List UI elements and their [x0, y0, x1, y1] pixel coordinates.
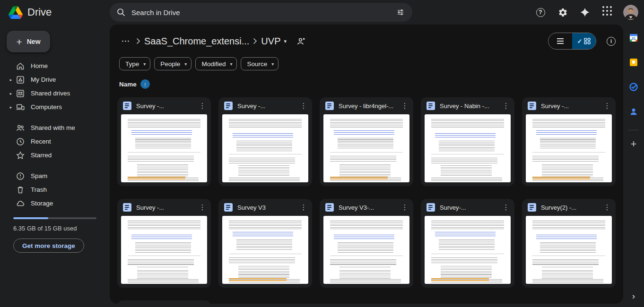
- svg-text:31: 31: [632, 36, 635, 41]
- more-options-icon[interactable]: ⋮: [298, 202, 309, 213]
- main-content-panel: ⋯ SaaS_Chrome_extensi... UVP ▾: [110, 25, 623, 304]
- expand-arrow-icon[interactable]: ▸: [8, 105, 14, 110]
- storage-progress-fill: [13, 217, 48, 219]
- file-grid: Survey -... ⋮ Survey -... ⋮ Survey - lib…: [117, 97, 623, 304]
- drive-logo-icon: [9, 6, 23, 19]
- breadcrumb-parent-folder[interactable]: SaaS_Chrome_extensi...: [144, 36, 249, 47]
- list-layout-button[interactable]: [548, 33, 572, 49]
- search-options-icon[interactable]: [394, 6, 407, 18]
- filter-chips: Type ▾ People ▾ Modified ▾ Source ▾: [119, 57, 623, 70]
- sort-by-name[interactable]: Name ↑: [119, 79, 150, 89]
- file-thumbnail: [222, 216, 308, 284]
- sidebar-item-my-drive[interactable]: ▸ My Drive: [0, 73, 110, 86]
- keep-icon[interactable]: [627, 55, 641, 69]
- more-options-icon[interactable]: ⋮: [500, 100, 512, 111]
- file-card[interactable]: Survey - Nabin -... ⋮: [421, 97, 514, 186]
- home-icon: [16, 61, 25, 71]
- check-icon: ✓: [577, 38, 583, 45]
- file-title: Survey V3-...: [339, 204, 396, 211]
- google-apps-grid-icon[interactable]: [601, 6, 613, 18]
- file-thumbnail: [222, 114, 308, 182]
- breadcrumb-current-folder[interactable]: UVP ▾: [261, 36, 287, 47]
- grid-layout-button-selected[interactable]: ✓: [572, 33, 596, 49]
- top-bar: Drive ?: [0, 0, 644, 25]
- filter-chip-type[interactable]: Type ▾: [119, 57, 150, 70]
- sidebar-item-starred[interactable]: Starred: [0, 148, 110, 162]
- sidebar-item-label: Spam: [31, 172, 47, 179]
- storage-usage-text: 6.35 GB of 15 GB used: [13, 225, 110, 232]
- details-info-icon[interactable]: i: [607, 37, 616, 46]
- google-docs-icon: [224, 203, 233, 212]
- file-title: Survey V3: [237, 204, 295, 211]
- show-side-panel-chevron-icon[interactable]: ›: [632, 291, 635, 301]
- more-options-icon[interactable]: ⋮: [197, 303, 208, 304]
- file-card[interactable]: Survey -... ⋮: [117, 199, 211, 288]
- file-card[interactable]: Survey -... ⋮: [522, 97, 616, 186]
- settings-gear-icon[interactable]: [557, 6, 569, 18]
- sidebar-item-label: My Drive: [31, 76, 56, 83]
- sidebar-item-recent[interactable]: Recent: [0, 135, 110, 148]
- google-docs-icon: [426, 102, 435, 110]
- file-thumbnail: [425, 114, 511, 182]
- google-docs-icon: [325, 203, 334, 212]
- computers-icon: [16, 102, 25, 112]
- sidebar-item-trash[interactable]: Trash: [0, 183, 110, 196]
- layout-switcher: ✓: [548, 33, 596, 50]
- share-folder-icon[interactable]: [296, 36, 306, 46]
- help-icon[interactable]: ?: [534, 6, 547, 18]
- sidebar-item-spam[interactable]: Spam: [0, 169, 110, 183]
- more-options-icon[interactable]: ⋮: [399, 100, 410, 111]
- file-thumbnail: [526, 216, 612, 284]
- sidebar-item-shared-with-me[interactable]: Shared with me: [0, 121, 110, 135]
- chevron-down-icon: ▾: [230, 61, 232, 67]
- starred-icon: [16, 151, 25, 160]
- file-card[interactable]: Survey -... ⋮: [218, 97, 312, 186]
- sidebar-item-computers[interactable]: ▸ Computers: [0, 100, 110, 114]
- more-options-icon[interactable]: ⋮: [601, 100, 613, 111]
- sidebar-sections: Home ▸ My Drive ▸ Shared drives ▸ Comput…: [0, 59, 110, 210]
- new-button[interactable]: + New: [7, 31, 50, 52]
- filter-chip-modified[interactable]: Modified ▾: [195, 57, 237, 70]
- chevron-right-icon: [253, 38, 257, 44]
- file-card[interactable]: Survey-... ⋮: [421, 199, 514, 288]
- file-title: Survey -...: [237, 102, 295, 110]
- rail-divider: [628, 130, 639, 130]
- more-options-icon[interactable]: ⋮: [298, 100, 309, 111]
- file-card[interactable]: Survey -... ⋮: [117, 97, 211, 186]
- search-input[interactable]: [131, 9, 394, 17]
- sidebar-item-home[interactable]: Home: [0, 59, 110, 73]
- get-more-storage-button[interactable]: Get more storage: [13, 239, 84, 253]
- calendar-icon[interactable]: 31: [627, 31, 641, 45]
- filter-chip-people[interactable]: People ▾: [154, 57, 191, 70]
- file-title: Survey - libr4ngel-...: [339, 102, 396, 110]
- sidebar-item-label: Storage: [31, 200, 53, 207]
- more-options-icon[interactable]: ⋮: [399, 202, 410, 213]
- expand-arrow-icon[interactable]: ▸: [8, 77, 14, 82]
- file-card[interactable]: Survey - libr4ngel-... ⋮: [320, 97, 413, 186]
- expand-arrow-icon[interactable]: ▸: [8, 91, 14, 96]
- gemini-sparkle-icon[interactable]: [579, 6, 591, 18]
- breadcrumb-ellipsis-button[interactable]: ⋯: [119, 34, 132, 48]
- search-bar[interactable]: [110, 3, 412, 22]
- sidebar-item-shared-drives[interactable]: ▸ Shared drives: [0, 86, 110, 100]
- drive-logo[interactable]: Drive: [0, 6, 110, 19]
- file-card[interactable]: Survey(2) -... ⋮: [522, 199, 616, 288]
- tasks-icon[interactable]: [627, 80, 641, 94]
- filter-chip-source[interactable]: Source ▾: [241, 57, 278, 70]
- contacts-icon[interactable]: [627, 104, 641, 119]
- rail-apps: 31: [627, 25, 641, 119]
- more-options-icon[interactable]: ⋮: [197, 100, 208, 111]
- add-panel-app-icon[interactable]: +: [627, 137, 641, 151]
- more-options-icon[interactable]: ⋮: [601, 202, 613, 213]
- sidebar-item-storage[interactable]: Storage: [0, 196, 110, 210]
- file-thumbnail: [526, 114, 612, 182]
- account-avatar[interactable]: [623, 5, 638, 20]
- more-options-icon[interactable]: ⋮: [500, 202, 512, 213]
- file-card[interactable]: Survey V3 ⋮: [218, 199, 312, 288]
- storage-icon: [16, 199, 25, 208]
- file-card[interactable]: ⋮: [117, 300, 211, 304]
- file-thumbnail: [323, 114, 409, 182]
- file-card[interactable]: Survey V3-... ⋮: [320, 199, 413, 288]
- shared-with-me-icon: [16, 123, 25, 133]
- more-options-icon[interactable]: ⋮: [197, 202, 208, 213]
